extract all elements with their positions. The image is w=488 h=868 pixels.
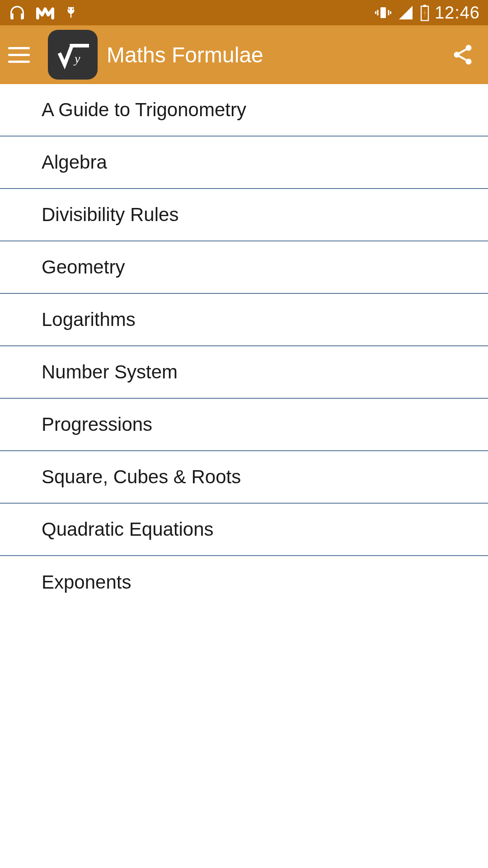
list-item-label: Divisibility Rules [42, 204, 178, 226]
battery-icon [419, 4, 430, 21]
app-bar: 3 y Maths Formulae [0, 25, 488, 84]
menu-button[interactable] [8, 42, 33, 67]
svg-point-17 [466, 59, 472, 65]
list-item-algebra[interactable]: Algebra [0, 137, 488, 189]
list-item-label: Geometry [42, 256, 125, 278]
svg-rect-6 [380, 7, 386, 18]
list-item-quadratic[interactable]: Quadratic Equations [0, 504, 488, 556]
list-item-squares-cubes[interactable]: Square, Cubes & Roots [0, 451, 488, 504]
list-item-exponents[interactable]: Exponents [0, 556, 488, 609]
svg-point-15 [466, 45, 472, 51]
app-title: Maths Formulae [107, 42, 449, 67]
svg-line-4 [68, 7, 70, 9]
signal-icon [397, 5, 415, 21]
svg-rect-12 [423, 5, 426, 7]
svg-line-18 [459, 49, 466, 53]
android-debug-icon [64, 5, 78, 21]
svg-rect-7 [377, 10, 378, 15]
list-item-label: Progressions [42, 414, 152, 435]
list-item-label: Square, Cubes & Roots [42, 466, 241, 488]
list-item-number-system[interactable]: Number System [0, 346, 488, 399]
list-item-label: Algebra [42, 151, 107, 173]
list-item-trigonometry[interactable]: A Guide to Trigonometry [0, 84, 488, 137]
svg-rect-9 [388, 10, 389, 15]
list-item-logarithms[interactable]: Logarithms [0, 294, 488, 346]
svg-text:y: y [73, 52, 80, 66]
m-icon [36, 6, 54, 19]
topics-list: A Guide to Trigonometry Algebra Divisibi… [0, 84, 488, 609]
svg-point-16 [454, 52, 460, 58]
list-item-geometry[interactable]: Geometry [0, 241, 488, 294]
list-item-label: A Guide to Trigonometry [42, 99, 246, 121]
vibrate-icon [374, 5, 392, 21]
svg-line-19 [459, 56, 466, 60]
share-button[interactable] [449, 41, 476, 68]
list-item-label: Quadratic Equations [42, 519, 214, 540]
list-item-label: Logarithms [42, 309, 136, 330]
app-icon: 3 y [48, 30, 98, 80]
svg-point-2 [69, 9, 70, 10]
svg-rect-1 [70, 13, 72, 18]
status-right-icons: 12:46 [374, 3, 480, 23]
status-bar: 12:46 [0, 0, 488, 25]
clock-time: 12:46 [435, 3, 480, 23]
svg-point-3 [72, 9, 73, 10]
svg-rect-10 [390, 11, 391, 14]
status-left-icons [8, 4, 78, 22]
list-item-label: Exponents [42, 571, 131, 593]
list-item-divisibility[interactable]: Divisibility Rules [0, 189, 488, 241]
list-item-label: Number System [42, 361, 178, 383]
headphones-icon [8, 4, 26, 22]
svg-line-5 [73, 7, 74, 9]
list-item-progressions[interactable]: Progressions [0, 399, 488, 451]
svg-rect-8 [375, 11, 376, 14]
